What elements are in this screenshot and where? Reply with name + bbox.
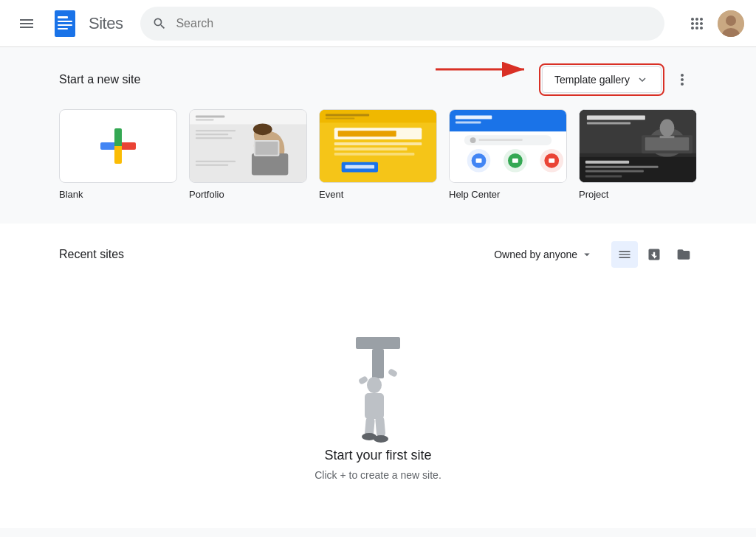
template-project[interactable]: Project	[579, 109, 697, 200]
empty-state-title: Start your first site	[324, 448, 431, 463]
svg-point-69	[367, 377, 382, 393]
svg-rect-46	[476, 159, 482, 163]
header: Sites	[0, 0, 756, 47]
svg-rect-21	[196, 130, 236, 131]
svg-rect-2	[58, 21, 72, 22]
svg-rect-1	[58, 16, 68, 18]
svg-rect-68	[372, 349, 384, 378]
empty-state-subtitle: Click + to create a new site.	[315, 469, 441, 481]
apps-grid-icon[interactable]	[682, 9, 712, 38]
search-input[interactable]	[176, 17, 653, 30]
help-preview	[450, 109, 566, 183]
svg-rect-23	[196, 137, 232, 139]
menu-icon[interactable]	[12, 9, 41, 38]
svg-rect-0	[55, 10, 75, 37]
recent-header: Recent sites Owned by anyone	[59, 241, 697, 268]
recent-controls: Owned by anyone	[488, 241, 697, 268]
svg-rect-40	[456, 121, 481, 123]
svg-point-6	[726, 15, 736, 26]
template-event[interactable]: Event	[319, 109, 437, 200]
svg-rect-4	[58, 28, 68, 30]
search-bar	[140, 7, 664, 41]
svg-rect-43	[479, 139, 523, 141]
project-thumbnail	[579, 109, 697, 183]
empty-state: Start your first site Click + to create …	[59, 285, 697, 510]
svg-rect-70	[365, 393, 384, 419]
new-site-section: Start a new site Template gallery	[0, 47, 756, 224]
expand-icon	[636, 73, 649, 86]
help-center-label: Help Center	[449, 189, 567, 200]
event-thumbnail	[319, 109, 437, 183]
svg-rect-49	[512, 159, 518, 163]
svg-rect-33	[334, 148, 408, 150]
list-view-icon	[617, 247, 632, 262]
svg-rect-59	[645, 137, 689, 150]
template-portfolio[interactable]: Portfolio	[189, 109, 307, 200]
svg-rect-74	[375, 416, 385, 437]
sort-icon	[647, 247, 662, 262]
template-help-center[interactable]: Help Center	[449, 109, 567, 200]
svg-rect-25	[196, 164, 228, 166]
recent-title: Recent sites	[59, 248, 488, 261]
svg-point-60	[660, 119, 675, 136]
svg-point-76	[374, 435, 388, 443]
template-gallery-label: Template gallery	[554, 74, 630, 86]
svg-rect-29	[326, 117, 355, 119]
svg-rect-28	[326, 114, 369, 117]
svg-rect-12	[196, 116, 225, 118]
svg-rect-55	[587, 116, 645, 120]
portfolio-thumbnail	[189, 109, 307, 183]
svg-rect-72	[388, 368, 398, 378]
svg-rect-13	[196, 119, 214, 120]
svg-rect-39	[456, 116, 492, 119]
blank-label: Blank	[59, 189, 177, 200]
svg-rect-24	[196, 161, 236, 162]
svg-rect-56	[587, 122, 630, 124]
blank-thumbnail	[59, 109, 177, 183]
svg-rect-61	[660, 136, 675, 138]
section-actions: Template gallery	[542, 65, 697, 94]
svg-rect-67	[356, 337, 400, 349]
recent-section: Recent sites Owned by anyone	[0, 224, 756, 528]
svg-rect-71	[358, 375, 368, 385]
svg-rect-34	[334, 153, 415, 156]
sites-app-icon	[50, 9, 80, 38]
event-preview	[320, 109, 436, 183]
more-options-button[interactable]	[667, 65, 697, 94]
template-gallery-button[interactable]: Template gallery	[542, 66, 662, 93]
project-label: Project	[579, 189, 697, 200]
view-icons	[611, 241, 697, 268]
sort-button[interactable]	[641, 241, 667, 268]
svg-rect-38	[450, 110, 566, 132]
dropdown-icon	[580, 248, 594, 261]
folder-button[interactable]	[670, 241, 697, 268]
svg-rect-66	[585, 176, 622, 178]
template-blank[interactable]: Blank	[59, 109, 177, 200]
svg-point-18	[253, 123, 272, 135]
svg-rect-64	[585, 166, 659, 168]
main-content: Start a new site Template gallery	[0, 47, 756, 537]
more-vert-icon	[673, 71, 691, 89]
svg-rect-32	[334, 142, 422, 145]
svg-rect-15	[252, 153, 288, 176]
svg-rect-52	[549, 159, 554, 163]
list-view-button[interactable]	[611, 241, 638, 268]
plus-icon	[100, 128, 136, 164]
svg-rect-20	[255, 142, 278, 155]
user-avatar[interactable]	[718, 10, 744, 37]
folder-icon	[676, 247, 691, 262]
portfolio-label: Portfolio	[189, 189, 307, 200]
templates-grid: Blank	[59, 109, 697, 200]
header-left: Sites	[12, 9, 123, 38]
owned-filter[interactable]: Owned by anyone	[488, 242, 599, 267]
owned-filter-label: Owned by anyone	[494, 249, 577, 260]
svg-rect-65	[585, 170, 644, 173]
section-header: Start a new site Template gallery	[59, 65, 697, 94]
portfolio-preview	[190, 109, 306, 183]
svg-rect-63	[585, 161, 629, 164]
svg-rect-36	[346, 165, 375, 169]
svg-rect-3	[58, 24, 72, 26]
empty-state-illustration	[334, 330, 422, 448]
event-label: Event	[319, 189, 437, 200]
new-site-title: Start a new site	[59, 73, 140, 86]
